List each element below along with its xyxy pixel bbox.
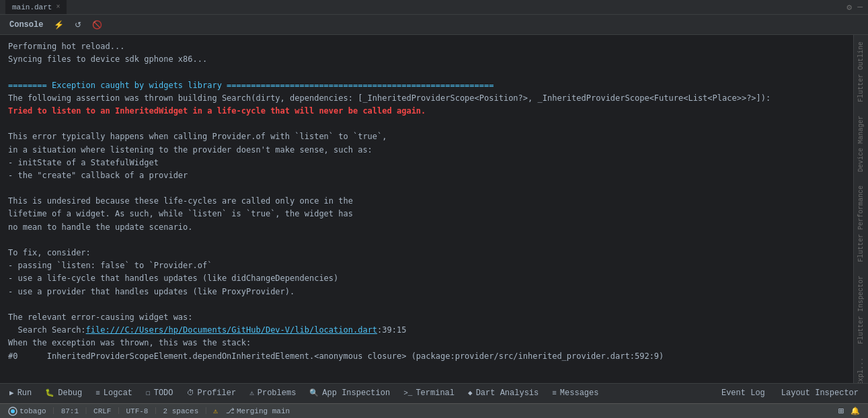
console-line: Syncing files to device sdk gphone x86..… [8,54,207,64]
dart-analysis-icon: ◆ [468,388,473,397]
status-sep4: | [153,407,157,415]
tab-terminal[interactable]: >_ Terminal [397,384,461,403]
problems-icon: ⚠ [249,388,254,397]
debug-icon: 🐛 [45,388,54,397]
tab-messages[interactable]: ≡ Messages [545,384,605,403]
tab-debug[interactable]: 🐛 Debug [38,384,89,403]
console-line: ======== Exception caught by widgets lib… [8,81,494,90]
position-label: 87:1 [61,407,79,415]
tobago-label: tobago [19,407,46,415]
logcat-icon: ≡ [95,389,100,397]
tobago-icon [8,407,17,416]
device-file-tab[interactable]: Device File Expl... [855,351,867,383]
main-layout: Performing hot reload... Syncing files t… [0,35,868,383]
messages-icon: ≡ [552,389,557,397]
run-icon: ▶ [9,388,14,397]
console-output[interactable]: Performing hot reload... Syncing files t… [0,35,853,383]
encoding-label: UTF-8 [126,407,148,415]
console-line: This error typically happens when callin… [8,132,387,141]
bell-icon: 🔔 [851,407,860,415]
title-bar: main.dart × ⚙ — [0,0,868,15]
title-bar-actions: ⚙ — [846,2,863,13]
console-line: When the exception was thrown, this was … [8,338,251,347]
status-spaces[interactable]: 2 spaces [161,407,202,415]
console-toolbar: Console ⚡ ↺ 🚫 [0,15,868,35]
flutter-outline-tab[interactable]: Flutter Outline [855,35,867,109]
tab-run-label: Run [17,388,32,398]
minimize-icon[interactable]: — [857,2,863,12]
status-bar: tobago | 87:1 | CRLF | UTF-8 | 2 spaces … [0,403,868,418]
status-warning[interactable]: ⚠ [210,407,221,415]
right-panel: Flutter Outline Device Manager Flutter P… [853,35,868,383]
tab-run[interactable]: ▶ Run [3,384,38,403]
file-link[interactable]: file:///C:/Users/hp/Documents/GitHub/Dev… [86,325,377,335]
tab-problems[interactable]: ⚠ Problems [243,384,303,403]
stop-btn[interactable]: 🚫 [88,19,106,31]
branch-icon: ⎇ [226,407,235,415]
console-line: This is undesired because these life-cyc… [8,196,353,206]
console-line: - the "create" callback of a provider [8,171,188,180]
console-line: The following assertion was thrown build… [8,93,771,103]
console-line: - initState of a StatefulWidget [8,158,159,167]
tab-close-btn[interactable]: × [56,3,60,11]
console-line: no mean to handle the update scenario. [8,222,193,232]
console-line: - use a provider that handles updates (l… [8,287,294,296]
console-line: lifetime of a widget. As such, while `li… [8,209,353,218]
console-line: in a situation where listening to the pr… [8,145,372,155]
reload-btn[interactable]: ↺ [71,19,85,31]
status-tobago[interactable]: tobago [5,407,49,416]
device-manager-tab[interactable]: Device Manager [855,109,867,179]
console-line: - passing `listen: false` to `Provider.o… [8,261,212,270]
svg-point-1 [11,409,15,413]
tab-filename: main.dart [12,3,52,11]
notifications-btn[interactable]: 🔔 [848,407,863,415]
branch-label: Merging main [237,407,290,415]
tab-layout-inspector[interactable]: Layout Inspector [775,386,865,402]
grid-icon: ⊞ [838,405,844,417]
tab-logcat-label: Logcat [104,388,132,398]
warning-icon: ⚠ [213,407,218,415]
bottom-toolbar: ▶ Run 🐛 Debug ≡ Logcat ☐ TODO ⏱ Profiler… [0,383,868,403]
console-line: Performing hot reload... [8,42,124,51]
terminal-icon: >_ [403,389,412,397]
tab-dart-analysis-label: Dart Analysis [476,388,539,398]
tab-problems-label: Problems [258,388,297,398]
status-sep2: | [84,407,88,415]
tab-event-log[interactable]: Event Log [715,386,772,402]
run-btn[interactable]: ⚡ [50,19,68,31]
console-line-error: Tried to listen to an InheritedWidget in… [8,106,426,116]
tab-profiler[interactable]: ⏱ Profiler [180,384,243,403]
status-sep3: | [116,407,120,415]
flutter-inspector-tab[interactable]: Flutter Inspector [855,269,867,351]
status-position[interactable]: 87:1 [58,407,81,415]
tab-terminal-label: Terminal [416,388,455,398]
tab-todo[interactable]: ☐ TODO [139,384,180,403]
tab-app-inspection[interactable]: 🔍 App Inspection [303,384,397,403]
tab-profiler-label: Profiler [198,388,237,398]
status-branch[interactable]: ⎇ Merging main [223,407,292,415]
console-line: Search Search:file:///C:/Users/hp/Docume… [8,325,406,335]
status-sep1: | [52,407,56,415]
console-line: To fix, consider: [8,248,91,257]
status-crlf[interactable]: CRLF [91,407,114,415]
todo-icon: ☐ [146,388,151,397]
title-tab[interactable]: main.dart × [5,0,67,14]
status-right: ⊞ 🔔 [836,405,863,417]
console-label: Console [5,19,47,31]
tab-logcat[interactable]: ≡ Logcat [89,384,139,403]
layout-inspector-label: Layout Inspector [781,388,859,398]
app-inspection-icon: 🔍 [309,388,319,397]
tab-debug-label: Debug [58,388,82,398]
event-log-label: Event Log [721,388,765,398]
profiler-icon: ⏱ [187,388,194,397]
tab-messages-label: Messages [560,388,599,398]
status-sep5: | [204,407,208,415]
settings-icon[interactable]: ⚙ [846,2,852,13]
console-line: - use a life-cycle that handles updates … [8,274,338,283]
crlf-label: CRLF [93,407,111,415]
tab-dart-analysis[interactable]: ◆ Dart Analysis [461,384,545,403]
console-line: #0 InheritedProviderScopeElement.dependO… [8,351,664,361]
flutter-performance-tab[interactable]: Flutter Performance [855,179,867,269]
status-encoding[interactable]: UTF-8 [123,407,151,415]
grid-view-btn[interactable]: ⊞ [836,405,846,417]
